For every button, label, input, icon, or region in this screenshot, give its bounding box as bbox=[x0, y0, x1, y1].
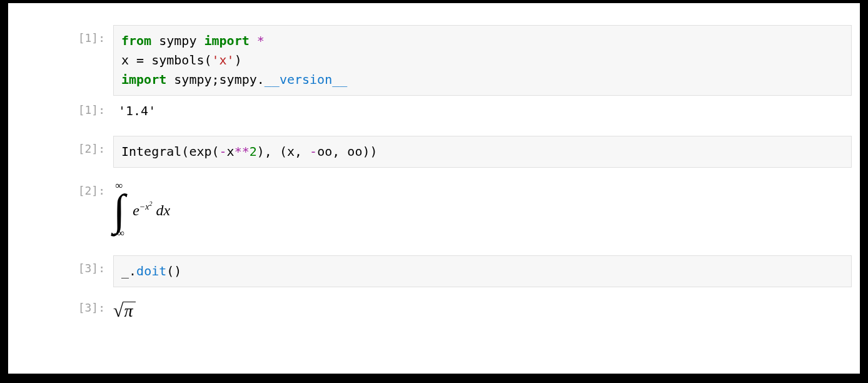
code-input-1[interactable]: from sympy import * x = symbols('x') imp… bbox=[113, 25, 852, 96]
prompt-in-1: [1]: bbox=[16, 25, 113, 96]
output-math-2: ∞ ∫ -∞ e−x2 dx bbox=[113, 173, 852, 247]
cell-1-output: [1]: '1.4' bbox=[8, 101, 860, 121]
notebook-container: [1]: from sympy import * x = symbols('x'… bbox=[8, 3, 860, 374]
prompt-in-3: [3]: bbox=[16, 255, 113, 287]
output-math-3: √π bbox=[113, 292, 852, 324]
cell-3-output: [3]: √π bbox=[8, 292, 860, 324]
cell-3-input: [3]: _.doit() bbox=[8, 255, 860, 287]
prompt-out-1: [1]: bbox=[16, 101, 113, 121]
prompt-in-2: [2]: bbox=[16, 136, 113, 168]
code-input-2[interactable]: Integral(exp(-x**2), (x, -oo, oo)) bbox=[113, 136, 852, 168]
cell-2-output: [2]: ∞ ∫ -∞ e−x2 dx bbox=[8, 173, 860, 247]
prompt-out-3: [3]: bbox=[16, 292, 113, 324]
output-text-1: '1.4' bbox=[113, 101, 852, 121]
integrand: e−x2 dx bbox=[133, 200, 170, 219]
code-input-3[interactable]: _.doit() bbox=[113, 255, 852, 287]
cell-1-input: [1]: from sympy import * x = symbols('x'… bbox=[8, 25, 860, 96]
integral-expression: ∞ ∫ -∞ e−x2 dx bbox=[113, 175, 847, 244]
sqrt-expression: √π bbox=[113, 300, 136, 321]
cell-2-input: [2]: Integral(exp(-x**2), (x, -oo, oo)) bbox=[8, 136, 860, 168]
integral-icon: ∞ ∫ -∞ bbox=[113, 175, 125, 244]
sqrt-icon: √ bbox=[113, 300, 123, 321]
prompt-out-2: [2]: bbox=[16, 173, 113, 247]
